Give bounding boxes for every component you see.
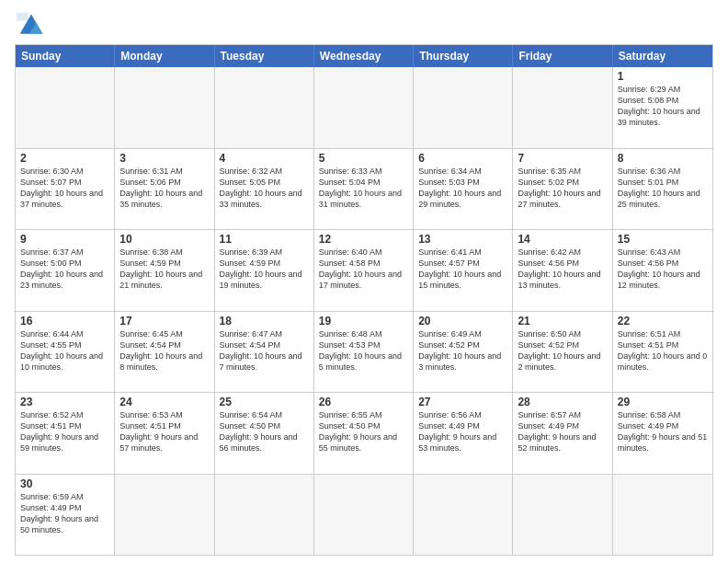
calendar-week-4: 23Sunrise: 6:52 AM Sunset: 4:51 PM Dayli…: [16, 392, 712, 474]
calendar-cell: 2Sunrise: 6:30 AM Sunset: 5:07 PM Daylig…: [16, 149, 115, 230]
calendar-cell: 20Sunrise: 6:49 AM Sunset: 4:52 PM Dayli…: [414, 312, 513, 393]
calendar-week-3: 16Sunrise: 6:44 AM Sunset: 4:55 PM Dayli…: [16, 311, 712, 393]
day-number: 28: [518, 396, 607, 408]
day-info: Sunrise: 6:44 AM Sunset: 4:55 PM Dayligh…: [20, 328, 109, 373]
day-number: 19: [319, 315, 408, 327]
day-info: Sunrise: 6:40 AM Sunset: 4:58 PM Dayligh…: [319, 247, 408, 292]
day-number: 27: [418, 396, 507, 408]
calendar-cell: 24Sunrise: 6:53 AM Sunset: 4:51 PM Dayli…: [115, 393, 214, 474]
calendar-body: 1Sunrise: 6:29 AM Sunset: 5:08 PM Daylig…: [16, 67, 712, 555]
calendar-cell: 13Sunrise: 6:41 AM Sunset: 4:57 PM Dayli…: [414, 230, 513, 311]
header-day-friday: Friday: [513, 45, 612, 67]
calendar-cell: 21Sunrise: 6:50 AM Sunset: 4:52 PM Dayli…: [513, 312, 612, 393]
day-info: Sunrise: 6:35 AM Sunset: 5:02 PM Dayligh…: [518, 166, 607, 211]
day-number: 1: [618, 70, 708, 83]
calendar-cell: 3Sunrise: 6:31 AM Sunset: 5:06 PM Daylig…: [115, 149, 214, 230]
calendar-cell: 22Sunrise: 6:51 AM Sunset: 4:51 PM Dayli…: [613, 312, 712, 393]
day-info: Sunrise: 6:41 AM Sunset: 4:57 PM Dayligh…: [418, 247, 507, 292]
calendar: SundayMondayTuesdayWednesdayThursdayFrid…: [15, 44, 713, 556]
calendar-cell: [215, 67, 314, 148]
calendar-cell: [513, 475, 612, 556]
day-number: 11: [220, 233, 309, 246]
calendar-cell: 11Sunrise: 6:39 AM Sunset: 4:59 PM Dayli…: [215, 230, 314, 311]
day-number: 12: [319, 233, 408, 246]
calendar-cell: [16, 67, 115, 148]
day-number: 4: [220, 152, 309, 165]
calendar-cell: 30Sunrise: 6:59 AM Sunset: 4:49 PM Dayli…: [16, 475, 115, 556]
calendar-cell: [513, 67, 612, 148]
calendar-cell: 6Sunrise: 6:34 AM Sunset: 5:03 PM Daylig…: [414, 149, 513, 230]
day-info: Sunrise: 6:29 AM Sunset: 5:08 PM Dayligh…: [618, 84, 708, 129]
calendar-cell: 12Sunrise: 6:40 AM Sunset: 4:58 PM Dayli…: [314, 230, 414, 311]
day-info: Sunrise: 6:58 AM Sunset: 4:49 PM Dayligh…: [618, 409, 708, 454]
day-info: Sunrise: 6:51 AM Sunset: 4:51 PM Dayligh…: [618, 328, 708, 373]
calendar-cell: 26Sunrise: 6:55 AM Sunset: 4:50 PM Dayli…: [314, 393, 414, 474]
day-number: 17: [119, 315, 209, 327]
day-number: 16: [20, 315, 109, 327]
day-number: 24: [119, 396, 209, 408]
calendar-cell: 8Sunrise: 6:36 AM Sunset: 5:01 PM Daylig…: [613, 149, 712, 230]
day-info: Sunrise: 6:30 AM Sunset: 5:07 PM Dayligh…: [20, 166, 109, 211]
calendar-cell: 7Sunrise: 6:35 AM Sunset: 5:02 PM Daylig…: [513, 149, 612, 230]
day-info: Sunrise: 6:42 AM Sunset: 4:56 PM Dayligh…: [518, 247, 607, 292]
calendar-cell: 5Sunrise: 6:33 AM Sunset: 5:04 PM Daylig…: [314, 149, 414, 230]
day-number: 14: [518, 233, 607, 246]
calendar-week-0: 1Sunrise: 6:29 AM Sunset: 5:08 PM Daylig…: [16, 67, 712, 148]
calendar-cell: 1Sunrise: 6:29 AM Sunset: 5:08 PM Daylig…: [613, 67, 712, 148]
header-day-sunday: Sunday: [16, 45, 115, 67]
day-info: Sunrise: 6:55 AM Sunset: 4:50 PM Dayligh…: [319, 409, 408, 454]
day-info: Sunrise: 6:59 AM Sunset: 4:49 PM Dayligh…: [20, 491, 109, 536]
day-number: 6: [418, 152, 507, 165]
calendar-cell: [215, 475, 314, 556]
header-day-saturday: Saturday: [613, 45, 712, 67]
day-number: 15: [618, 233, 708, 246]
day-info: Sunrise: 6:33 AM Sunset: 5:04 PM Dayligh…: [319, 166, 408, 211]
day-info: Sunrise: 6:53 AM Sunset: 4:51 PM Dayligh…: [119, 409, 209, 454]
day-number: 7: [518, 152, 607, 165]
day-info: Sunrise: 6:34 AM Sunset: 5:03 PM Dayligh…: [418, 166, 507, 211]
header-day-monday: Monday: [115, 45, 214, 67]
calendar-cell: [115, 475, 214, 556]
day-info: Sunrise: 6:32 AM Sunset: 5:05 PM Dayligh…: [220, 166, 309, 211]
day-number: 20: [418, 315, 507, 327]
day-info: Sunrise: 6:54 AM Sunset: 4:50 PM Dayligh…: [220, 409, 309, 454]
day-info: Sunrise: 6:36 AM Sunset: 5:01 PM Dayligh…: [618, 166, 708, 211]
day-number: 21: [518, 315, 607, 327]
day-number: 18: [220, 315, 309, 327]
day-number: 30: [20, 477, 109, 490]
calendar-cell: 28Sunrise: 6:57 AM Sunset: 4:49 PM Dayli…: [513, 393, 612, 474]
calendar-cell: [414, 67, 513, 148]
day-info: Sunrise: 6:56 AM Sunset: 4:49 PM Dayligh…: [418, 409, 507, 454]
calendar-week-2: 9Sunrise: 6:37 AM Sunset: 5:00 PM Daylig…: [16, 229, 712, 311]
day-info: Sunrise: 6:49 AM Sunset: 4:52 PM Dayligh…: [418, 328, 507, 373]
day-info: Sunrise: 6:31 AM Sunset: 5:06 PM Dayligh…: [119, 166, 209, 211]
calendar-cell: 29Sunrise: 6:58 AM Sunset: 4:49 PM Dayli…: [613, 393, 712, 474]
day-number: 2: [20, 152, 109, 165]
calendar-cell: 10Sunrise: 6:38 AM Sunset: 4:59 PM Dayli…: [115, 230, 214, 311]
day-info: Sunrise: 6:45 AM Sunset: 4:54 PM Dayligh…: [119, 328, 209, 373]
calendar-cell: 25Sunrise: 6:54 AM Sunset: 4:50 PM Dayli…: [215, 393, 314, 474]
logo: [15, 11, 51, 39]
header-day-wednesday: Wednesday: [314, 45, 414, 67]
calendar-cell: [414, 475, 513, 556]
calendar-cell: 27Sunrise: 6:56 AM Sunset: 4:49 PM Dayli…: [414, 393, 513, 474]
day-number: 9: [20, 233, 109, 246]
calendar-cell: 16Sunrise: 6:44 AM Sunset: 4:55 PM Dayli…: [16, 312, 115, 393]
calendar-cell: 19Sunrise: 6:48 AM Sunset: 4:53 PM Dayli…: [314, 312, 414, 393]
day-number: 22: [618, 315, 708, 327]
calendar-cell: 23Sunrise: 6:52 AM Sunset: 4:51 PM Dayli…: [16, 393, 115, 474]
calendar-cell: 17Sunrise: 6:45 AM Sunset: 4:54 PM Dayli…: [115, 312, 214, 393]
day-number: 13: [418, 233, 507, 246]
svg-rect-3: [17, 13, 28, 21]
day-number: 23: [20, 396, 109, 408]
day-info: Sunrise: 6:37 AM Sunset: 5:00 PM Dayligh…: [20, 247, 109, 292]
day-number: 25: [220, 396, 309, 408]
calendar-cell: 15Sunrise: 6:43 AM Sunset: 4:56 PM Dayli…: [613, 230, 712, 311]
day-info: Sunrise: 6:39 AM Sunset: 4:59 PM Dayligh…: [220, 247, 309, 292]
day-info: Sunrise: 6:43 AM Sunset: 4:56 PM Dayligh…: [618, 247, 708, 292]
day-info: Sunrise: 6:48 AM Sunset: 4:53 PM Dayligh…: [319, 328, 408, 373]
day-number: 8: [618, 152, 708, 165]
day-info: Sunrise: 6:50 AM Sunset: 4:52 PM Dayligh…: [518, 328, 607, 373]
day-number: 29: [618, 396, 708, 408]
calendar-cell: [314, 475, 414, 556]
